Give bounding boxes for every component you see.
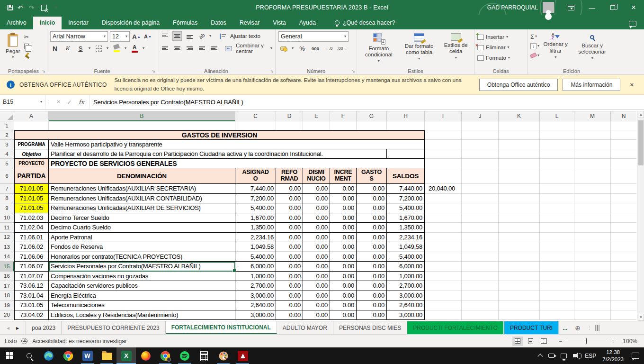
- cell-I18[interactable]: [425, 291, 462, 301]
- format-painter-icon[interactable]: [24, 52, 32, 60]
- cell-N7[interactable]: [611, 184, 636, 194]
- cell-G10[interactable]: 0.00: [357, 213, 387, 223]
- grow-font-button[interactable]: A▲: [132, 32, 141, 41]
- font-dialog-launcher[interactable]: ↘: [152, 69, 155, 73]
- column-header-B[interactable]: B: [49, 111, 235, 121]
- cell-D9[interactable]: 0.00: [276, 203, 303, 213]
- cell-N13[interactable]: [611, 242, 636, 252]
- cell-proyecto-label[interactable]: PROYECTO: [14, 159, 49, 168]
- cell-C7[interactable]: 7,440.00: [235, 184, 276, 194]
- cell-A1[interactable]: [14, 121, 49, 130]
- cell-M13[interactable]: [574, 242, 611, 252]
- cell-I8[interactable]: [425, 194, 462, 204]
- row-header-2[interactable]: 2: [0, 130, 14, 140]
- number-dialog-launcher[interactable]: ↘: [351, 69, 355, 73]
- vertical-scroll-thumb[interactable]: [638, 120, 644, 165]
- bold-button[interactable]: N: [50, 44, 60, 53]
- cell-I10[interactable]: [425, 213, 462, 223]
- format-cells-button[interactable]: Formato▾: [477, 53, 510, 63]
- undo-icon[interactable]: ↶▾: [16, 2, 27, 13]
- tab-inicio[interactable]: Inicio: [33, 17, 62, 29]
- column-header-G[interactable]: G: [357, 111, 387, 121]
- column-header-F[interactable]: F: [330, 111, 357, 121]
- accessibility-status[interactable]: Accesibilidad: es necesario investigar: [32, 338, 126, 345]
- cell-B13[interactable]: Fondos de Reserva: [49, 242, 235, 252]
- cell-objetivo-label[interactable]: Objetivo: [14, 149, 49, 159]
- cell-H12[interactable]: 2,234.16: [387, 233, 425, 243]
- cell-D15[interactable]: 0.00: [276, 262, 303, 272]
- tab-ayuda[interactable]: Ayuda: [293, 17, 322, 29]
- scroll-down-icon[interactable]: ▼: [638, 314, 644, 321]
- print-preview-icon[interactable]: [39, 2, 49, 13]
- cell-A18[interactable]: 73.01.04: [14, 291, 49, 301]
- cell-B1[interactable]: [49, 121, 235, 130]
- word-icon[interactable]: W: [78, 347, 97, 364]
- column-header-A[interactable]: A: [14, 111, 49, 121]
- cell-N18[interactable]: [611, 291, 636, 301]
- cell-C13[interactable]: 1,049.58: [235, 242, 276, 252]
- user-name[interactable]: GAD PARROQUIAL: [487, 4, 538, 11]
- cell-G9[interactable]: 0.00: [357, 203, 387, 213]
- paste-button[interactable]: Pegar▾: [3, 31, 23, 67]
- cell-M9[interactable]: [574, 203, 611, 213]
- cell-F8[interactable]: 0.00: [330, 194, 357, 204]
- cell-G17[interactable]: 0.00: [357, 281, 387, 291]
- cell-M11[interactable]: [574, 223, 611, 233]
- cell-D17[interactable]: 0.00: [276, 281, 303, 291]
- cell-K18[interactable]: [499, 291, 540, 301]
- sheet-tab-poa-2023[interactable]: poa 2023: [26, 321, 62, 334]
- cell-objetivo-value[interactable]: Planificar el desarrollo de la Parroquia…: [49, 149, 387, 159]
- explorer-icon[interactable]: [97, 347, 116, 364]
- cell-N19[interactable]: [611, 300, 636, 310]
- sheet-tab-product-turi[interactable]: PRODUCT TURI: [504, 321, 559, 334]
- cell-M7[interactable]: [574, 184, 611, 194]
- number-format-combo[interactable]: General▾: [278, 31, 349, 42]
- cell-E9[interactable]: 0.00: [303, 203, 330, 213]
- cell-K13[interactable]: [499, 242, 540, 252]
- cell-F19[interactable]: 0.00: [330, 300, 357, 310]
- cell-C9[interactable]: 5,400.00: [235, 203, 276, 213]
- insert-cells-button[interactable]: Insertar▾: [477, 32, 510, 42]
- row-header-14[interactable]: 14: [0, 252, 14, 262]
- tab-insertar[interactable]: Insertar: [62, 17, 95, 29]
- cell-F16[interactable]: 0.00: [330, 272, 357, 282]
- cell-M1[interactable]: [574, 121, 611, 130]
- column-header-C[interactable]: C: [235, 111, 276, 121]
- cell-K15[interactable]: [499, 262, 540, 272]
- cell-N10[interactable]: [611, 213, 636, 223]
- header-incremento[interactable]: INCRE MENT: [330, 168, 357, 184]
- column-header-K[interactable]: K: [499, 111, 540, 121]
- cell-J13[interactable]: [462, 242, 499, 252]
- column-header-D[interactable]: D: [276, 111, 303, 121]
- cell-proyecto-value[interactable]: PROYECTO DE SERVICIOS GENERALES: [49, 159, 425, 168]
- cell-I16[interactable]: [425, 272, 462, 282]
- cell-J11[interactable]: [462, 223, 499, 233]
- sheet-tab-personas-disc-mies[interactable]: PERSONAS DISC MIES: [333, 321, 407, 334]
- cell-H13[interactable]: 1,049.58: [387, 242, 425, 252]
- cell-B18[interactable]: Energía Eléctrica: [49, 291, 235, 301]
- cell-A8[interactable]: 71.01.05: [14, 194, 49, 204]
- cell-J16[interactable]: [462, 272, 499, 282]
- cell-J10[interactable]: [462, 213, 499, 223]
- sheet-nav-left-icon[interactable]: ◂: [7, 325, 9, 331]
- row-header-10[interactable]: 10: [0, 213, 14, 223]
- cell-J1[interactable]: [462, 121, 499, 130]
- vertical-scrollbar[interactable]: ▲ ▼: [637, 111, 644, 321]
- cell-J18[interactable]: [462, 291, 499, 301]
- more-info-button[interactable]: Más información: [563, 79, 620, 91]
- cell-B9[interactable]: Remuneraciones Unificadas(AUXILIAR DE SE…: [49, 203, 235, 213]
- header-partida[interactable]: PARTIDA: [14, 168, 49, 184]
- cell-D11[interactable]: 0.00: [276, 223, 303, 233]
- meet-now-icon[interactable]: [548, 354, 555, 358]
- cell-I20[interactable]: [425, 310, 462, 320]
- cell-H8[interactable]: 7,200.00: [387, 194, 425, 204]
- cell-L16[interactable]: [540, 272, 574, 282]
- cell-B20[interactable]: Edificios, Locales y Residencias(Manteni…: [49, 310, 235, 320]
- cell-E12[interactable]: 0.00: [303, 233, 330, 243]
- cell-G18[interactable]: 0.00: [357, 291, 387, 301]
- confirm-entry-icon[interactable]: ✓: [67, 99, 72, 106]
- cell-D8[interactable]: 0.00: [276, 194, 303, 204]
- cell-H16[interactable]: 1,000.00: [387, 272, 425, 282]
- tray-expand-icon[interactable]: [538, 354, 543, 359]
- page-layout-view-icon[interactable]: [526, 337, 536, 346]
